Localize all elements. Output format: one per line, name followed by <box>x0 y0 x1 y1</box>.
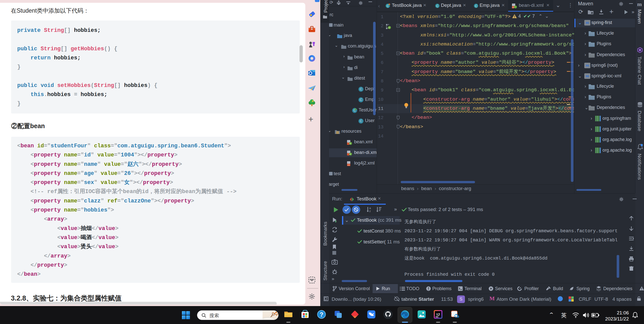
svg-text:a: a <box>369 206 371 210</box>
svg-text:C: C <box>387 4 389 8</box>
svg-text:z: z <box>369 210 371 213</box>
svg-text:C: C <box>475 4 477 8</box>
svg-text:IJ: IJ <box>437 312 440 316</box>
svg-text:C: C <box>436 4 439 8</box>
svg-text:9: 9 <box>335 220 336 223</box>
svg-text:<>: <> <box>512 6 514 9</box>
